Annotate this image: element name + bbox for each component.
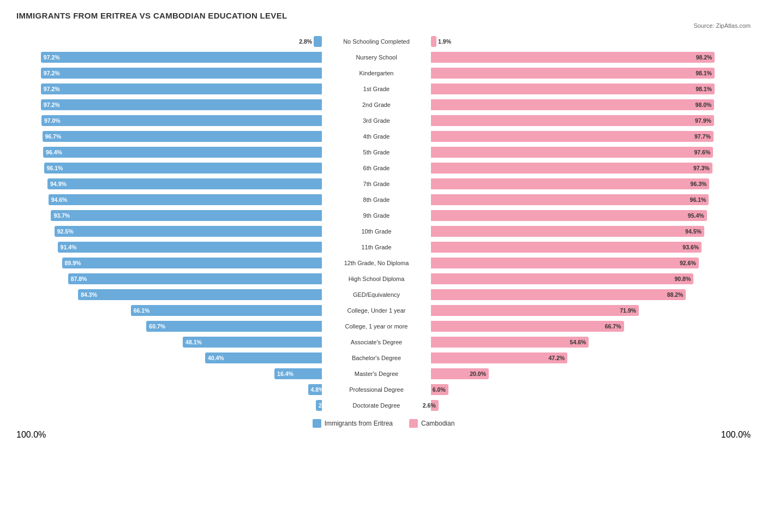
right-container: 90.8%	[431, 273, 736, 284]
right-container: 98.2%	[431, 52, 736, 63]
left-container: 16.4%	[16, 368, 322, 379]
right-container: 97.7%	[431, 131, 736, 142]
right-container: 95.4%	[431, 210, 736, 221]
row-label: 10th Grade	[322, 228, 431, 235]
left-container: 84.3%	[16, 289, 322, 300]
right-bar: 66.7%	[431, 321, 624, 332]
chart-row: 94.9% 7th Grade 96.3%	[16, 177, 751, 191]
chart-row: 2.8% No Schooling Completed 1.9%	[16, 34, 751, 49]
right-container: 88.2%	[431, 289, 736, 300]
right-container: 97.3%	[431, 163, 736, 174]
left-bar: 96.1%	[44, 163, 322, 174]
left-container: 91.4%	[16, 242, 322, 253]
left-bar: 66.1%	[131, 305, 322, 316]
left-bar: 4.8%	[308, 384, 322, 395]
right-container: 54.6%	[431, 337, 736, 348]
left-bar: 97.2%	[41, 83, 322, 94]
chart-row: 97.2% Nursery School 98.2%	[16, 50, 751, 64]
chart-row: 16.4% Master's Degree 20.0%	[16, 367, 751, 381]
right-bar: 47.2%	[431, 352, 567, 363]
left-container: 97.2%	[16, 83, 322, 94]
left-container: 97.2%	[16, 99, 322, 110]
row-label: GED/Equivalency	[322, 291, 431, 298]
chart-row: 97.2% 1st Grade 98.1%	[16, 82, 751, 96]
chart-area: 2.8% No Schooling Completed 1.9% 97.2% N…	[16, 34, 751, 413]
row-label: 7th Grade	[322, 181, 431, 187]
chart-row: 4.8% Professional Degree 6.0%	[16, 382, 751, 397]
row-label: 3rd Grade	[322, 117, 431, 124]
chart-row: 87.8% High School Diploma 90.8%	[16, 272, 751, 286]
left-container: 97.0%	[16, 115, 322, 126]
left-bar: 92.5%	[55, 226, 322, 237]
left-container: 4.8%	[16, 384, 322, 395]
left-bar: 40.4%	[205, 352, 322, 363]
left-container: 96.1%	[16, 163, 322, 174]
right-bar: 96.3%	[431, 178, 709, 189]
left-bar: 84.3%	[78, 289, 322, 300]
chart-row: 2.1% Doctorate Degree 2.6%	[16, 398, 751, 413]
right-bar: 98.1%	[431, 83, 715, 94]
row-label: 8th Grade	[322, 196, 431, 203]
row-label: Nursery School	[322, 54, 431, 61]
left-bar: 16.4%	[274, 368, 322, 379]
legend: Immigrants from Eritrea Cambodian	[16, 419, 751, 428]
right-value: 1.9%	[438, 38, 451, 45]
axis-left: 100.0%	[16, 430, 46, 440]
right-bar: 93.6%	[431, 242, 702, 253]
left-container: 94.6%	[16, 194, 322, 205]
left-container: 92.5%	[16, 226, 322, 237]
right-bar: 97.6%	[431, 147, 713, 158]
right-container: 96.3%	[431, 178, 736, 189]
right-bar: 98.1%	[431, 68, 715, 79]
right-container: 98.0%	[431, 99, 736, 110]
row-label: 9th Grade	[322, 212, 431, 219]
row-label: 12th Grade, No Diploma	[322, 260, 431, 266]
right-container: 6.0%	[431, 384, 736, 395]
right-bar: 97.3%	[431, 163, 712, 174]
left-bar: 91.4%	[58, 242, 322, 253]
left-bar: 94.6%	[49, 194, 322, 205]
left-bar: 96.4%	[43, 147, 322, 158]
left-bar: 97.2%	[41, 52, 322, 63]
row-label: High School Diploma	[322, 276, 431, 282]
right-container: 47.2%	[431, 352, 736, 363]
left-value: 2.8%	[299, 38, 312, 45]
right-bar: 94.5%	[431, 226, 704, 237]
chart-title: IMMIGRANTS FROM ERITREA VS CAMBODIAN EDU…	[16, 11, 751, 20]
right-container: 92.6%	[431, 258, 736, 268]
left-bar: 97.2%	[41, 99, 322, 110]
left-bar: 60.7%	[146, 321, 322, 332]
row-label: Professional Degree	[322, 386, 431, 393]
row-label: Kindergarten	[322, 70, 431, 76]
left-bar: 96.7%	[43, 131, 322, 142]
cambodian-label: Cambodian	[421, 420, 454, 427]
row-label: 11th Grade	[322, 244, 431, 250]
right-bar: 95.4%	[431, 210, 707, 221]
left-container: 87.8%	[16, 273, 322, 284]
left-bar: 48.1%	[183, 337, 322, 348]
axis-right: 100.0%	[721, 430, 751, 440]
source-label: Source: ZipAtlas.com	[16, 22, 751, 29]
left-container: 2.8%	[16, 36, 322, 47]
left-container: 89.9%	[16, 258, 322, 268]
left-container: 2.1%	[16, 400, 322, 411]
cambodian-color-box	[409, 419, 418, 428]
row-label: College, 1 year or more	[322, 323, 431, 330]
chart-row: 89.9% 12th Grade, No Diploma 92.6%	[16, 256, 751, 270]
right-bar: 90.8%	[431, 273, 693, 284]
right-container: 96.1%	[431, 194, 736, 205]
chart-row: 66.1% College, Under 1 year 71.9%	[16, 303, 751, 318]
left-container: 60.7%	[16, 321, 322, 332]
right-bar: 97.9%	[431, 115, 714, 126]
chart-row: 96.4% 5th Grade 97.6%	[16, 145, 751, 159]
right-container: 97.6%	[431, 147, 736, 158]
left-bar: 89.9%	[62, 258, 322, 268]
left-container: 96.7%	[16, 131, 322, 142]
right-container: 66.7%	[431, 321, 736, 332]
left-container: 94.9%	[16, 178, 322, 189]
right-bar: 88.2%	[431, 289, 686, 300]
chart-row: 40.4% Bachelor's Degree 47.2%	[16, 351, 751, 365]
right-bar	[431, 36, 436, 47]
left-bar: 87.8%	[68, 273, 322, 284]
chart-row: 84.3% GED/Equivalency 88.2%	[16, 288, 751, 302]
